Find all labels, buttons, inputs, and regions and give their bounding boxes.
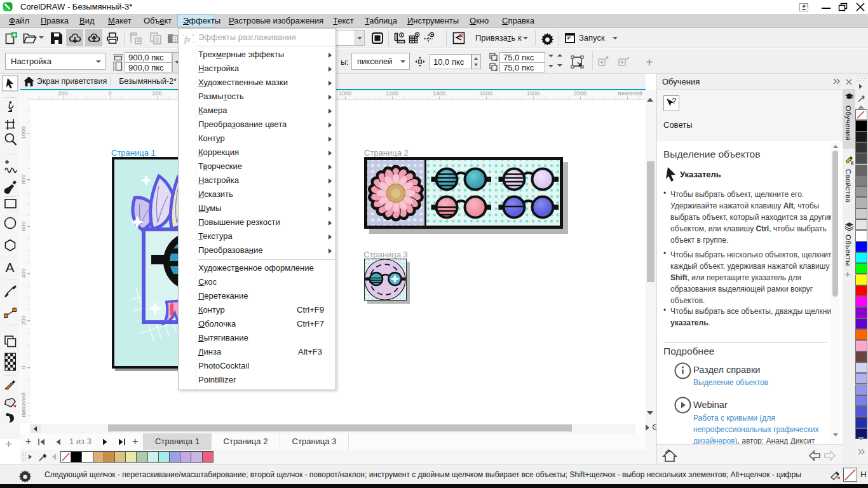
svg-text:?: ? — [672, 97, 677, 105]
svg-text:400: 400 — [21, 268, 27, 278]
svg-text:A: A — [6, 260, 15, 274]
svg-text:1000: 1000 — [339, 90, 351, 97]
svg-text:1200: 1200 — [386, 90, 398, 97]
svg-text:0: 0 — [21, 365, 27, 369]
svg-text:2000: 2000 — [574, 90, 587, 97]
svg-text:пикселей: пикселей — [21, 393, 27, 417]
svg-text:fx: fx — [184, 34, 191, 44]
svg-text:1000: 1000 — [21, 126, 27, 139]
svg-text:x: x — [495, 58, 497, 62]
svg-text:200: 200 — [152, 90, 161, 97]
svg-text:y: y — [495, 68, 497, 72]
svg-text:200: 200 — [58, 90, 67, 97]
svg-text:пикселей: пикселей — [618, 90, 642, 97]
svg-text:800: 800 — [21, 174, 27, 184]
svg-text:600: 600 — [21, 221, 27, 231]
svg-text:200: 200 — [21, 315, 27, 325]
svg-text:0: 0 — [108, 90, 111, 97]
svg-text:1800: 1800 — [527, 90, 539, 97]
svg-text:1600: 1600 — [480, 90, 492, 97]
svg-text:1400: 1400 — [433, 90, 445, 97]
